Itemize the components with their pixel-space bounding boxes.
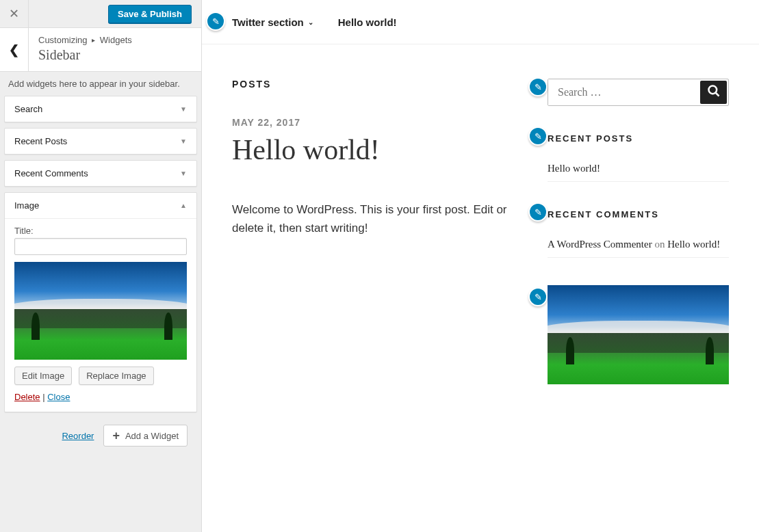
customizer-panel: ✕ Save & Publish ❮ Customizing ▸ Widgets…: [0, 0, 202, 532]
edit-shortcut-search[interactable]: ✎: [528, 77, 548, 96]
svg-point-0: [708, 85, 717, 94]
edit-shortcut-nav[interactable]: ✎: [206, 12, 225, 31]
site-preview: ✎ Twitter section ⌄ Hello world! POSTS M…: [202, 0, 759, 532]
chevron-left-icon: ❮: [9, 42, 19, 57]
edit-shortcut-recent-posts[interactable]: ✎: [528, 127, 548, 146]
widget-title: Recent Comments: [14, 168, 180, 178]
sidebar-image-widget: ✎: [548, 285, 729, 384]
chevron-down-icon: ⌄: [308, 18, 313, 26]
search-input[interactable]: [548, 79, 699, 105]
close-link[interactable]: Close: [47, 392, 70, 402]
widget-recent-comments: Recent Comments ▼: [4, 160, 197, 187]
widget-title: Search: [14, 104, 180, 114]
preview-sidebar: ✎ ✎ RECENT POSTS: [548, 79, 729, 412]
search-icon: [707, 87, 721, 101]
chevron-down-icon: ▼: [180, 105, 187, 113]
widget-image-header[interactable]: Image ▲: [5, 193, 196, 218]
widget-recent-posts: Recent Posts ▼: [4, 128, 197, 155]
chevron-right-icon: ▸: [92, 36, 95, 44]
post-title[interactable]: Hello world!: [232, 133, 509, 166]
widget-title: Recent Posts: [14, 136, 180, 146]
reorder-link[interactable]: Reorder: [62, 431, 94, 441]
comment-post-link[interactable]: Hello world!: [667, 239, 720, 250]
nav-label: Twitter section: [232, 16, 304, 28]
widget-image: Image ▲ Title: Edit Image Replace Image: [4, 192, 197, 412]
sidebar-recent-posts-widget: ✎ RECENT POSTS Hello world!: [548, 133, 729, 182]
on-text: on: [652, 239, 668, 250]
post-excerpt: Welcome to WordPress. This is your first…: [232, 200, 509, 237]
widget-search-header[interactable]: Search ▼: [5, 96, 196, 122]
pencil-icon: ✎: [535, 82, 542, 92]
crumb-widgets: Widgets: [100, 35, 132, 45]
list-item: Hello world!: [548, 156, 729, 182]
pencil-icon: ✎: [535, 292, 542, 302]
save-publish-button[interactable]: Save & Publish: [108, 5, 192, 23]
commenter-link[interactable]: A WordPress Commenter: [548, 239, 652, 250]
nav-twitter-section[interactable]: Twitter section ⌄: [232, 16, 313, 28]
back-button[interactable]: ❮: [0, 28, 29, 71]
edit-image-button[interactable]: Edit Image: [14, 367, 72, 385]
pencil-icon: ✎: [212, 16, 220, 27]
pencil-icon: ✎: [535, 131, 542, 142]
widget-title: Image: [14, 200, 180, 211]
image-preview[interactable]: [14, 262, 187, 360]
widget-search: Search ▼: [4, 96, 197, 122]
plus-icon: +: [112, 429, 120, 442]
edit-shortcut-recent-comments[interactable]: ✎: [528, 202, 548, 222]
add-widget-button[interactable]: + Add a Widget: [103, 425, 188, 447]
edit-shortcut-image[interactable]: ✎: [528, 287, 548, 306]
posts-heading: POSTS: [232, 79, 509, 90]
section-title: Sidebar: [38, 46, 192, 63]
chevron-up-icon: ▲: [180, 202, 187, 209]
section-description: Add widgets here to appear in your sideb…: [4, 79, 197, 96]
sidebar-recent-comments-widget: ✎ RECENT COMMENTS A WordPress Commenter …: [548, 209, 729, 258]
recent-comments-title: RECENT COMMENTS: [548, 209, 729, 220]
recent-post-link[interactable]: Hello world!: [548, 163, 600, 174]
title-field-label: Title:: [14, 226, 187, 236]
add-widget-label: Add a Widget: [125, 431, 179, 441]
svg-line-1: [715, 92, 719, 96]
nav-hello-world[interactable]: Hello world!: [338, 16, 397, 28]
breadcrumb: Customizing ▸ Widgets: [38, 35, 192, 45]
recent-posts-title: RECENT POSTS: [548, 133, 729, 144]
title-field[interactable]: [14, 238, 187, 255]
site-nav: Twitter section ⌄ Hello world!: [202, 0, 759, 44]
post-date: MAY 22, 2017: [232, 117, 509, 128]
chevron-down-icon: ▼: [180, 170, 187, 177]
replace-image-button[interactable]: Replace Image: [79, 367, 153, 385]
separator: |: [40, 392, 48, 402]
delete-link[interactable]: Delete: [14, 392, 40, 402]
pencil-icon: ✎: [535, 207, 542, 217]
widget-recent-posts-header[interactable]: Recent Posts ▼: [5, 129, 196, 154]
sidebar-search-widget: ✎: [548, 79, 729, 106]
crumb-customizing: Customizing: [38, 35, 88, 45]
main-content: POSTS MAY 22, 2017 Hello world! Welcome …: [232, 79, 509, 412]
sidebar-image[interactable]: [548, 285, 729, 384]
chevron-down-icon: ▼: [180, 137, 187, 145]
search-button[interactable]: [700, 81, 727, 104]
widget-recent-comments-header[interactable]: Recent Comments ▼: [5, 161, 196, 186]
close-customizer-button[interactable]: ✕: [0, 0, 29, 27]
list-item: A WordPress Commenter on Hello world!: [548, 232, 729, 258]
close-icon: ✕: [9, 6, 19, 21]
